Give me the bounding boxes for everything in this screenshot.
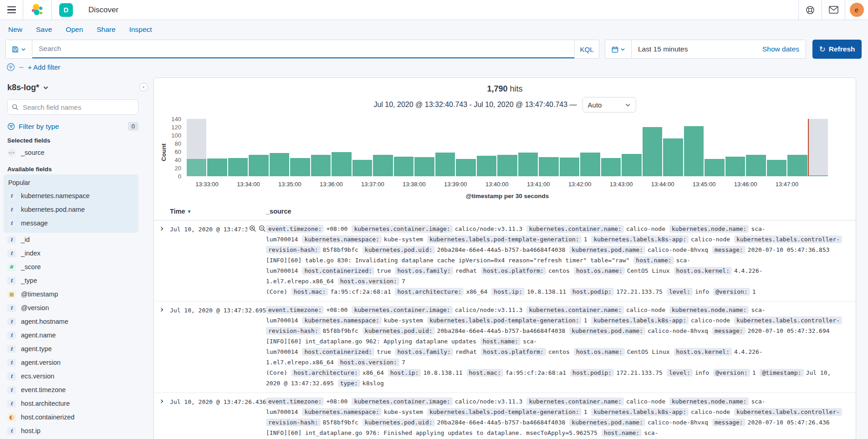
histogram-bar[interactable] — [290, 158, 310, 176]
histogram-bar[interactable] — [373, 155, 393, 176]
field-item-agent.type[interactable]: tagent.type — [7, 342, 140, 356]
field-name: kubernetes.pod.name — [21, 206, 85, 213]
menu-item-save[interactable]: Save — [36, 26, 52, 34]
chevron-down-icon — [625, 102, 631, 108]
histogram-bar[interactable] — [497, 155, 517, 176]
field-item-_index[interactable]: t_index — [7, 246, 140, 260]
histogram-bar[interactable] — [684, 126, 704, 176]
histogram-bar[interactable] — [352, 160, 372, 176]
histogram-bar[interactable] — [332, 152, 351, 176]
field-item-kubernetes.pod.name[interactable]: tkubernetes.pod.name — [7, 203, 135, 216]
refresh-button[interactable]: ↻ Refresh — [812, 40, 862, 59]
source-field-badge: kubernetes.pod.uid: — [363, 327, 435, 335]
user-menu-button[interactable]: e — [845, 0, 868, 20]
interval-select[interactable]: Auto — [582, 97, 636, 112]
filter-by-type-label: Filter by type — [19, 123, 59, 131]
quick-select-time-button[interactable] — [605, 40, 632, 58]
popular-fields-block: Popular tkubernetes.namespacetkubernetes… — [4, 174, 138, 233]
collapse-sidebar-button[interactable]: ‹ — [139, 83, 148, 92]
source-field-value: 85f8bf9bfc — [323, 246, 358, 253]
zoom-out-icon[interactable] — [259, 225, 266, 232]
source-field-badge: kubernetes.labels.pod-template-generatio… — [427, 408, 582, 416]
histogram-bar[interactable] — [705, 159, 724, 176]
source-field-badge: host.ip: — [491, 288, 525, 296]
field-item-_id[interactable]: t_id — [7, 233, 140, 246]
source-field-badge: message: — [712, 246, 745, 254]
histogram-bar[interactable] — [643, 127, 662, 176]
x-tick-label: 13:34:00 — [237, 181, 260, 188]
histogram-bar[interactable] — [456, 159, 475, 176]
field-item-event.timezone[interactable]: tevent.timezone — [7, 383, 140, 397]
histogram-bar[interactable] — [394, 157, 414, 176]
histogram-bar[interactable] — [539, 157, 558, 176]
histogram-bar[interactable] — [601, 158, 621, 177]
field-item-host.architecture[interactable]: thost.architecture — [7, 397, 140, 410]
menu-item-inspect[interactable]: Inspect — [129, 26, 152, 34]
histogram-bar[interactable] — [435, 153, 455, 176]
field-item-_type[interactable]: t_type — [7, 274, 140, 287]
histogram-bar[interactable] — [808, 175, 828, 176]
source-field-value: calico-node-8hvxq — [648, 246, 708, 253]
histogram-bar[interactable] — [622, 154, 641, 176]
menu-item-new[interactable]: New — [8, 26, 22, 34]
search-input[interactable] — [32, 45, 574, 53]
zoom-in-icon[interactable] — [249, 225, 256, 232]
field-item-host.ip[interactable]: thost.ip — [7, 424, 140, 438]
field-item-ecs.version[interactable]: tecs.version — [7, 369, 140, 383]
source-field-value: calico-node — [691, 408, 730, 415]
show-dates-link[interactable]: Show dates — [762, 45, 799, 53]
menu-item-share[interactable]: Share — [97, 26, 115, 34]
histogram-bar[interactable] — [560, 158, 579, 176]
histogram-bar[interactable] — [580, 153, 600, 176]
field-name: agent.version — [21, 359, 61, 366]
main-menu-button[interactable] — [0, 0, 23, 20]
add-filter-link[interactable]: + Add filter — [28, 63, 60, 71]
histogram-bar[interactable] — [270, 153, 289, 176]
histogram-bar[interactable] — [518, 153, 538, 176]
histogram-bar[interactable] — [249, 155, 268, 176]
field-item-host.containerized[interactable]: ◐host.containerized — [7, 410, 140, 424]
field-item-agent.hostname[interactable]: tagent.hostname — [7, 315, 140, 328]
field-item-agent.version[interactable]: tagent.version — [7, 356, 140, 369]
filter-by-type-button[interactable]: Filter by type — [7, 123, 59, 131]
expander-column-header — [154, 208, 170, 215]
field-item-@version[interactable]: t@version — [7, 301, 140, 315]
filter-icon[interactable] — [6, 63, 15, 71]
menu-item-open[interactable]: Open — [66, 26, 83, 34]
field-search-input[interactable] — [22, 103, 134, 112]
histogram-bar[interactable] — [228, 158, 248, 176]
histogram-bar[interactable] — [311, 155, 331, 176]
field-item-_source[interactable]: </>_source — [7, 146, 140, 159]
time-column-header[interactable]: Time ▼ — [170, 208, 266, 215]
histogram-bar[interactable] — [767, 160, 786, 176]
histogram-bar[interactable] — [414, 157, 434, 176]
expand-row-button[interactable]: › — [154, 396, 170, 439]
histogram-bar[interactable] — [746, 155, 766, 176]
search-group: KQL — [5, 40, 599, 59]
field-item-_score[interactable]: #_score — [7, 260, 140, 274]
histogram-bar[interactable] — [187, 159, 206, 176]
histogram-bar[interactable] — [207, 158, 227, 176]
expand-row-button[interactable]: › — [154, 305, 170, 388]
histogram-bar[interactable] — [787, 155, 807, 176]
elastic-logo[interactable] — [23, 3, 51, 17]
saved-query-menu-button[interactable] — [6, 40, 32, 58]
field-item-message[interactable]: tmessage — [7, 216, 135, 230]
index-pattern-selector[interactable]: k8s-log* — [7, 83, 140, 92]
histogram-bar[interactable] — [725, 157, 745, 176]
field-item-@timestamp[interactable]: ⊞@timestamp — [7, 287, 140, 301]
source-field-badge: kubernetes.container.name: — [526, 306, 624, 314]
field-name: host.architecture — [21, 400, 70, 407]
field-item-agent.name[interactable]: tagent.name — [7, 328, 140, 342]
expand-row-button[interactable]: › — [154, 224, 170, 297]
time-range-display[interactable]: Last 15 minutes Show dates — [632, 40, 806, 58]
histogram-bar[interactable] — [663, 138, 683, 176]
source-field-value: calico/node:v3.11.3 — [455, 225, 523, 232]
newsfeed-button[interactable] — [822, 0, 845, 20]
space-selector[interactable]: D — [52, 3, 80, 17]
kql-toggle-button[interactable]: KQL — [574, 40, 599, 58]
source-field-value: calico/node:v3.11.3 — [455, 306, 523, 313]
help-button[interactable] — [799, 0, 822, 20]
field-item-kubernetes.namespace[interactable]: tkubernetes.namespace — [7, 189, 135, 203]
histogram-bar[interactable] — [477, 156, 496, 176]
